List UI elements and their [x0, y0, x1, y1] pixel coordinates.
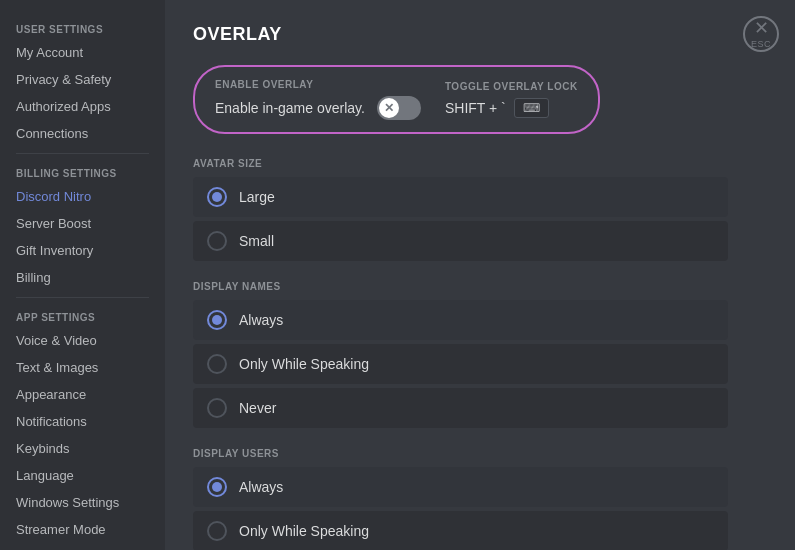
avatar-size-large[interactable]: Large	[193, 177, 728, 217]
avatar-size-small[interactable]: Small	[193, 221, 728, 261]
radio-users-always-circle	[207, 477, 227, 497]
sidebar-section-app-settings: App Settings	[8, 304, 157, 327]
sidebar-item-billing[interactable]: Billing	[8, 264, 157, 291]
toggle-lock-label: Toggle Overlay Lock	[445, 81, 578, 92]
display-names-label: Display Names	[193, 281, 728, 292]
page-title: Overlay	[193, 24, 767, 45]
sidebar-item-connections[interactable]: Connections	[8, 120, 157, 147]
avatar-size-large-label: Large	[239, 189, 275, 205]
enable-overlay-label: Enable Overlay	[215, 79, 421, 90]
sidebar-item-my-account[interactable]: My Account	[8, 39, 157, 66]
radio-users-speaking-circle	[207, 521, 227, 541]
avatar-size-label: Avatar Size	[193, 158, 728, 169]
display-users-speaking[interactable]: Only While Speaking	[193, 511, 728, 550]
radio-small-circle	[207, 231, 227, 251]
shortcut-label: SHIFT + `	[445, 100, 506, 116]
display-names-never-label: Never	[239, 400, 276, 416]
toggle-knob: ✕	[379, 98, 399, 118]
display-users-always-label: Always	[239, 479, 283, 495]
close-button[interactable]: ✕ ESC	[743, 16, 779, 52]
sidebar-item-voice-video[interactable]: Voice & Video	[8, 327, 157, 354]
display-names-always-label: Always	[239, 312, 283, 328]
sidebar: User Settings My Account Privacy & Safet…	[0, 0, 165, 550]
sidebar-divider-2	[16, 297, 149, 298]
sidebar-item-authorized-apps[interactable]: Authorized Apps	[8, 93, 157, 120]
keybind-badge: ⌨	[514, 98, 549, 118]
main-content: Overlay ✕ ESC Enable Overlay Enable in-g…	[165, 0, 795, 550]
display-names-never[interactable]: Never	[193, 388, 728, 428]
sidebar-item-windows-settings[interactable]: Windows Settings	[8, 489, 157, 516]
sidebar-item-text-images[interactable]: Text & Images	[8, 354, 157, 381]
sidebar-item-gift-inventory[interactable]: Gift Inventory	[8, 237, 157, 264]
sidebar-item-streamer-mode[interactable]: Streamer Mode	[8, 516, 157, 543]
sidebar-item-appearance[interactable]: Appearance	[8, 381, 157, 408]
radio-names-always-circle	[207, 310, 227, 330]
sidebar-item-server-boost[interactable]: Server Boost	[8, 210, 157, 237]
toggle-lock-section: Toggle Overlay Lock SHIFT + ` ⌨	[445, 81, 578, 118]
enable-overlay-section: Enable Overlay Enable in-game overlay. ✕	[215, 79, 421, 120]
sidebar-item-language[interactable]: Language	[8, 462, 157, 489]
close-esc-label: ESC	[751, 39, 771, 49]
sidebar-divider-1	[16, 153, 149, 154]
display-names-speaking[interactable]: Only While Speaking	[193, 344, 728, 384]
display-users-label: Display Users	[193, 448, 728, 459]
display-names-speaking-label: Only While Speaking	[239, 356, 369, 372]
sidebar-item-discord-nitro[interactable]: Discord Nitro	[8, 183, 157, 210]
display-names-always[interactable]: Always	[193, 300, 728, 340]
enable-overlay-text: Enable in-game overlay.	[215, 100, 365, 116]
toggle-x-icon: ✕	[384, 101, 394, 115]
keybind-row: SHIFT + ` ⌨	[445, 98, 578, 118]
close-icon: ✕	[754, 19, 769, 37]
enable-overlay-toggle[interactable]: ✕	[377, 96, 421, 120]
sidebar-section-user-settings: User Settings	[8, 16, 157, 39]
radio-large-circle	[207, 187, 227, 207]
sidebar-item-keybinds[interactable]: Keybinds	[8, 435, 157, 462]
avatar-size-section: Avatar Size Large Small	[193, 158, 728, 261]
display-names-section: Display Names Always Only While Speaking…	[193, 281, 728, 428]
display-users-section: Display Users Always Only While Speaking	[193, 448, 728, 550]
radio-names-speaking-circle	[207, 354, 227, 374]
enable-row: Enable in-game overlay. ✕	[215, 96, 421, 120]
radio-names-never-circle	[207, 398, 227, 418]
display-users-always[interactable]: Always	[193, 467, 728, 507]
sidebar-section-billing: Billing Settings	[8, 160, 157, 183]
sidebar-item-notifications[interactable]: Notifications	[8, 408, 157, 435]
display-users-speaking-label: Only While Speaking	[239, 523, 369, 539]
overlay-enable-row: Enable Overlay Enable in-game overlay. ✕…	[193, 65, 600, 134]
sidebar-item-privacy-safety[interactable]: Privacy & Safety	[8, 66, 157, 93]
avatar-size-small-label: Small	[239, 233, 274, 249]
